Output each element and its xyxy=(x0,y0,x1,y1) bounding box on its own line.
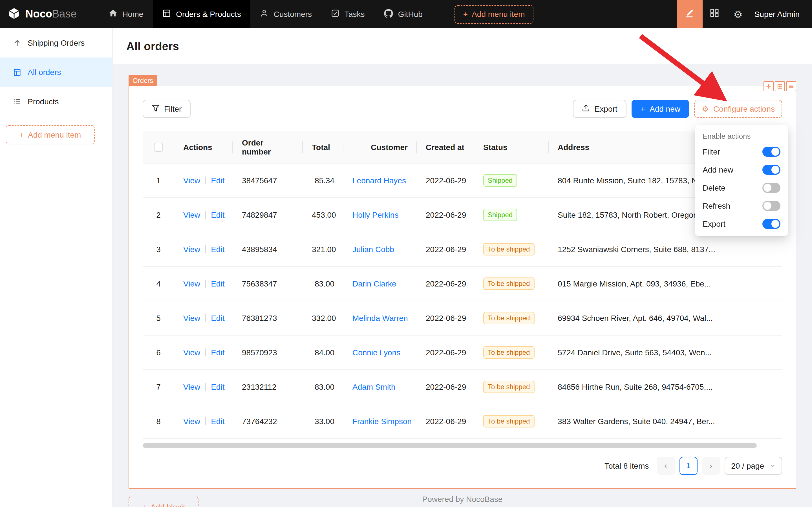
settings-button[interactable]: ⚙ xyxy=(726,0,750,28)
add-new-button[interactable]: + Add new xyxy=(632,100,689,118)
row-actions: ViewEdit xyxy=(174,198,233,232)
customer-link[interactable]: Julian Cobb xyxy=(352,244,394,253)
created-at-cell: 2022-06-29 xyxy=(417,335,474,370)
plugin-manager-button[interactable] xyxy=(703,0,726,28)
export-button[interactable]: Export xyxy=(573,100,627,118)
enable-actions-menu-item[interactable]: Delete xyxy=(697,179,786,197)
edit-link[interactable]: Edit xyxy=(211,313,224,322)
sidebar-item-all-orders[interactable]: All orders xyxy=(0,58,112,87)
view-link[interactable]: View xyxy=(183,244,200,253)
address-cell: 015 Margie Mission, Apt. 093, 34936, Ebe… xyxy=(549,266,782,300)
sidebar-item-products[interactable]: Products xyxy=(0,87,112,116)
customer-link[interactable]: Darin Clarke xyxy=(352,279,396,288)
sidebar: Shipping Orders All orders Products + Ad… xyxy=(0,28,113,507)
nav-item-home[interactable]: Home xyxy=(99,0,153,28)
action-divider xyxy=(205,211,206,219)
chevron-down-icon xyxy=(770,461,775,470)
block-menu-icon[interactable]: ≡ xyxy=(786,81,796,91)
ui-editor-button[interactable] xyxy=(677,0,703,28)
view-link[interactable]: View xyxy=(183,313,200,322)
customer-cell: Holly Perkins xyxy=(343,198,417,232)
customer-cell: Melinda Warren xyxy=(343,300,417,335)
order-number-cell: 73764232 xyxy=(233,404,303,438)
action-divider xyxy=(205,417,206,425)
select-all-checkbox[interactable] xyxy=(154,143,163,152)
status-cell: To be shipped xyxy=(474,300,549,335)
configure-actions-button[interactable]: ⚙ Configure actions xyxy=(694,100,782,118)
enable-actions-menu-item[interactable]: Export xyxy=(697,215,786,233)
view-link[interactable]: View xyxy=(183,176,200,185)
row-index: 4 xyxy=(143,266,174,300)
edit-link[interactable]: Edit xyxy=(211,279,224,288)
nav-add-menu-item-button[interactable]: + Add menu item xyxy=(455,5,533,23)
customer-link[interactable]: Holly Perkins xyxy=(352,210,398,219)
select-all-header xyxy=(143,131,174,163)
enable-actions-menu-item[interactable]: Add new xyxy=(697,161,786,179)
nav-item-label: GitHub xyxy=(398,10,423,19)
add-icon[interactable]: + xyxy=(763,81,774,91)
customer-cell: Connie Lyons xyxy=(343,335,417,370)
toggle-switch[interactable] xyxy=(762,219,780,229)
toggle-switch[interactable] xyxy=(762,183,780,193)
column-header: Status xyxy=(474,131,549,163)
column-header: Total xyxy=(303,131,343,163)
main-menu: Home Orders & Products Customers Tasks G… xyxy=(99,0,533,28)
edit-link[interactable]: Edit xyxy=(211,244,224,253)
customer-link[interactable]: Frankie Simpson xyxy=(352,416,412,426)
scrollbar-thumb[interactable] xyxy=(143,443,756,448)
orders-table-icon xyxy=(12,68,21,76)
menu-item-label: Add new xyxy=(703,165,733,174)
action-divider xyxy=(205,383,206,391)
edit-link[interactable]: Edit xyxy=(211,210,224,219)
nav-item-github[interactable]: GitHub xyxy=(374,0,432,28)
table-row: 4 ViewEdit 75638347 83.00 Darin Clarke 2… xyxy=(143,266,782,300)
view-link[interactable]: View xyxy=(183,382,200,391)
status-badge: To be shipped xyxy=(483,380,534,393)
next-page-button[interactable]: › xyxy=(702,456,720,474)
filter-funnel-icon xyxy=(152,104,160,114)
add-block-icon[interactable]: ⊞ xyxy=(775,81,785,91)
address-cell: 5724 Daniel Drive, Suite 563, 54403, Wen… xyxy=(549,335,782,370)
customer-link[interactable]: Leonard Hayes xyxy=(352,176,406,185)
order-number-cell: 74829847 xyxy=(233,198,303,232)
edit-link[interactable]: Edit xyxy=(211,416,224,426)
sidebar-add-menu-item-button[interactable]: + Add menu item xyxy=(6,125,95,145)
nav-item-customers[interactable]: Customers xyxy=(251,0,322,28)
edit-link[interactable]: Edit xyxy=(211,348,224,357)
status-cell: To be shipped xyxy=(474,370,549,404)
view-link[interactable]: View xyxy=(183,210,200,219)
nav-item-tasks[interactable]: Tasks xyxy=(322,0,374,28)
nav-item-orders-products[interactable]: Orders & Products xyxy=(153,0,250,28)
view-link[interactable]: View xyxy=(183,279,200,288)
row-actions: ViewEdit xyxy=(174,266,233,300)
toggle-switch[interactable] xyxy=(762,165,780,175)
total-cell: 321.00 xyxy=(303,232,343,266)
prev-page-button[interactable]: ‹ xyxy=(657,456,675,474)
filter-button[interactable]: Filter xyxy=(143,100,190,118)
customer-link[interactable]: Melinda Warren xyxy=(352,313,408,322)
nocobase-logo[interactable]: NocoBase xyxy=(0,0,99,28)
user-menu[interactable]: Super Admin xyxy=(750,10,812,19)
address-cell: 1252 Swaniawski Corners, Suite 688, 8137… xyxy=(549,232,782,266)
enable-actions-menu-item[interactable]: Refresh xyxy=(697,197,786,215)
enable-actions-menu-item[interactable]: Filter xyxy=(697,143,786,161)
edit-link[interactable]: Edit xyxy=(211,382,224,391)
status-badge: To be shipped xyxy=(483,346,534,358)
toggle-switch[interactable] xyxy=(762,147,780,157)
edit-link[interactable]: Edit xyxy=(211,176,224,185)
view-link[interactable]: View xyxy=(183,348,200,357)
row-actions: ViewEdit xyxy=(174,163,233,198)
current-page-button[interactable]: 1 xyxy=(679,456,697,474)
toggle-switch[interactable] xyxy=(762,201,780,211)
customer-link[interactable]: Adam Smith xyxy=(352,382,396,391)
switch-knob xyxy=(763,202,771,210)
action-divider xyxy=(205,279,206,287)
customer-link[interactable]: Connie Lyons xyxy=(352,348,400,357)
table-row: 3 ViewEdit 43895834 321.00 Julian Cobb 2… xyxy=(143,232,782,266)
sidebar-item-shipping-orders[interactable]: Shipping Orders xyxy=(0,28,112,58)
view-link[interactable]: View xyxy=(183,416,200,426)
status-badge: To be shipped xyxy=(483,312,534,324)
plus-icon: + xyxy=(641,104,645,113)
page-size-select[interactable]: 20 / page xyxy=(724,456,782,474)
order-number-cell: 43895834 xyxy=(233,232,303,266)
